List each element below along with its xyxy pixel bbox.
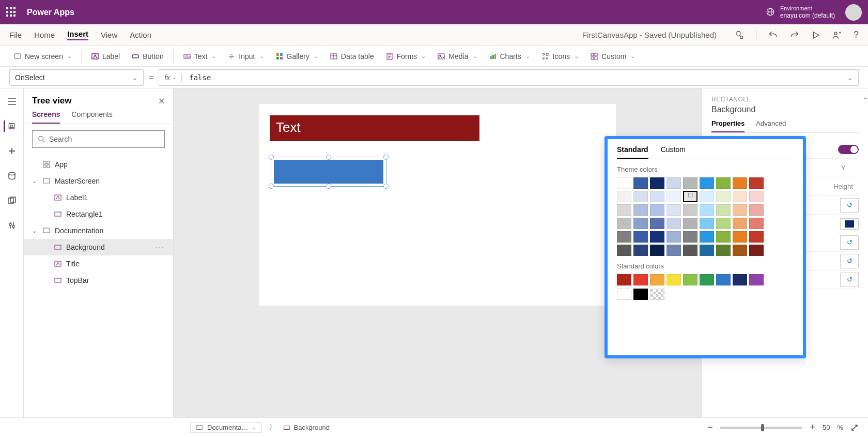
tree-item-title[interactable]: Title xyxy=(24,255,173,272)
color-swatch[interactable] xyxy=(650,289,664,300)
insert-icons-button[interactable]: Icons xyxy=(537,50,583,63)
more-icon[interactable]: ··· xyxy=(156,243,165,251)
color-swatch[interactable] xyxy=(733,177,747,189)
search-input[interactable]: Search xyxy=(32,130,165,148)
color-swatch[interactable] xyxy=(650,231,664,243)
color-swatch[interactable] xyxy=(733,245,747,256)
color-swatch[interactable] xyxy=(633,289,648,300)
picker-tab-custom[interactable]: Custom xyxy=(661,145,686,159)
color-swatch[interactable] xyxy=(700,274,714,285)
color-swatch[interactable] xyxy=(617,204,631,216)
color-swatch[interactable] xyxy=(617,177,631,189)
app-checker-icon[interactable] xyxy=(734,30,745,40)
color-swatch[interactable] xyxy=(667,218,681,229)
insert-forms-button[interactable]: Forms xyxy=(381,50,430,63)
color-swatch[interactable] xyxy=(667,274,681,285)
color-swatch[interactable] xyxy=(733,191,747,202)
insert-datatable-button[interactable]: Data table xyxy=(326,50,378,63)
insert-icon[interactable] xyxy=(6,145,18,157)
color-swatch[interactable] xyxy=(733,204,747,216)
breadcrumb-control[interactable]: Background xyxy=(283,424,329,431)
color-swatch[interactable] xyxy=(683,274,698,285)
color-swatch[interactable] xyxy=(633,218,648,229)
color-swatch[interactable] xyxy=(650,191,664,202)
color-swatch[interactable] xyxy=(716,204,731,216)
color-swatch[interactable] xyxy=(633,231,648,243)
color-swatch[interactable] xyxy=(700,191,714,202)
color-swatch[interactable] xyxy=(633,204,648,216)
color-swatch[interactable] xyxy=(749,274,764,285)
color-swatch[interactable]: ⬚ xyxy=(683,191,698,202)
reset-icon[interactable]: ↺ xyxy=(840,198,859,213)
color-swatch[interactable] xyxy=(700,177,714,189)
color-swatch[interactable] xyxy=(749,204,764,216)
color-swatch[interactable] xyxy=(633,245,648,256)
color-swatch[interactable] xyxy=(700,204,714,216)
color-swatch[interactable] xyxy=(650,218,664,229)
menu-file[interactable]: File xyxy=(9,31,22,39)
ptab-advanced[interactable]: Advanced xyxy=(756,119,786,132)
color-swatch[interactable] xyxy=(617,274,631,285)
tree-item-background[interactable]: Background··· xyxy=(24,239,173,255)
reset-icon[interactable]: ↺ xyxy=(840,273,859,287)
user-avatar[interactable] xyxy=(845,4,862,21)
tree-item-rectangle1[interactable]: Rectangle1 xyxy=(24,206,173,222)
redo-icon[interactable] xyxy=(789,30,800,40)
insert-media-button[interactable]: Media xyxy=(433,50,481,63)
property-selector[interactable]: OnSelect ⌄ xyxy=(9,69,144,86)
color-swatch[interactable] xyxy=(617,218,631,229)
breadcrumb-screen[interactable]: Documenta… ⌄ xyxy=(190,422,262,433)
color-swatch[interactable] xyxy=(700,245,714,256)
color-swatch[interactable] xyxy=(716,231,731,243)
canvas-stage[interactable]: Text xyxy=(259,104,616,306)
formula-input[interactable]: fx ⌄ false ⌄ xyxy=(159,69,859,86)
insert-label-button[interactable]: Label xyxy=(87,50,124,63)
insert-custom-button[interactable]: Custom xyxy=(586,50,639,63)
new-screen-button[interactable]: New screen xyxy=(9,50,76,63)
color-swatch[interactable] xyxy=(749,231,764,243)
tree-item-label1[interactable]: Label1 xyxy=(24,189,173,206)
color-swatch[interactable] xyxy=(716,177,731,189)
collapse-icon[interactable]: ⌄ xyxy=(863,94,868,101)
color-swatch[interactable] xyxy=(700,231,714,243)
color-swatch[interactable] xyxy=(733,218,747,229)
menu-insert[interactable]: Insert xyxy=(67,29,88,40)
color-swatch[interactable] xyxy=(617,191,631,202)
insert-input-button[interactable]: Input xyxy=(223,50,268,63)
tree-view-icon[interactable] xyxy=(4,120,15,132)
zoom-slider[interactable] xyxy=(720,427,802,429)
share-icon[interactable] xyxy=(832,30,842,40)
tree-item-masterscreen[interactable]: ⌄MasterScreen xyxy=(24,173,173,189)
color-swatch[interactable] xyxy=(617,289,631,300)
environment-picker[interactable]: Environment enayu.com (default) xyxy=(766,5,835,20)
help-icon[interactable]: ? xyxy=(854,29,859,40)
insert-gallery-button[interactable]: Gallery xyxy=(271,50,322,63)
color-swatch[interactable] xyxy=(749,245,764,256)
fit-icon[interactable] xyxy=(850,424,859,432)
data-icon[interactable] xyxy=(6,170,18,182)
reset-icon[interactable]: ↺ xyxy=(840,235,859,250)
visible-toggle[interactable] xyxy=(838,145,859,154)
color-swatch[interactable] xyxy=(633,191,648,202)
color-swatch[interactable] xyxy=(650,245,664,256)
picker-tab-standard[interactable]: Standard xyxy=(617,145,648,159)
canvas-text-label[interactable]: Text xyxy=(270,115,479,141)
menu-view[interactable]: View xyxy=(101,31,117,39)
zoom-out-button[interactable]: − xyxy=(707,422,713,433)
color-swatch[interactable] xyxy=(716,274,731,285)
color-swatch[interactable] xyxy=(667,231,681,243)
close-icon[interactable]: ✕ xyxy=(158,96,165,106)
color-swatch[interactable] xyxy=(650,274,664,285)
color-swatch[interactable] xyxy=(683,245,698,256)
color-swatch[interactable] xyxy=(650,204,664,216)
menu-home[interactable]: Home xyxy=(34,31,55,39)
media-rail-icon[interactable] xyxy=(6,195,18,206)
color-swatch[interactable] xyxy=(667,245,681,256)
tab-screens[interactable]: Screens xyxy=(32,110,60,124)
tree-item-documentation[interactable]: ⌄Documentation xyxy=(24,222,173,239)
color-swatch[interactable] xyxy=(667,191,681,202)
insert-button-button[interactable]: Button xyxy=(127,50,167,63)
color-swatch[interactable] xyxy=(683,177,698,189)
undo-icon[interactable] xyxy=(768,30,778,40)
color-swatch[interactable] xyxy=(650,177,664,189)
